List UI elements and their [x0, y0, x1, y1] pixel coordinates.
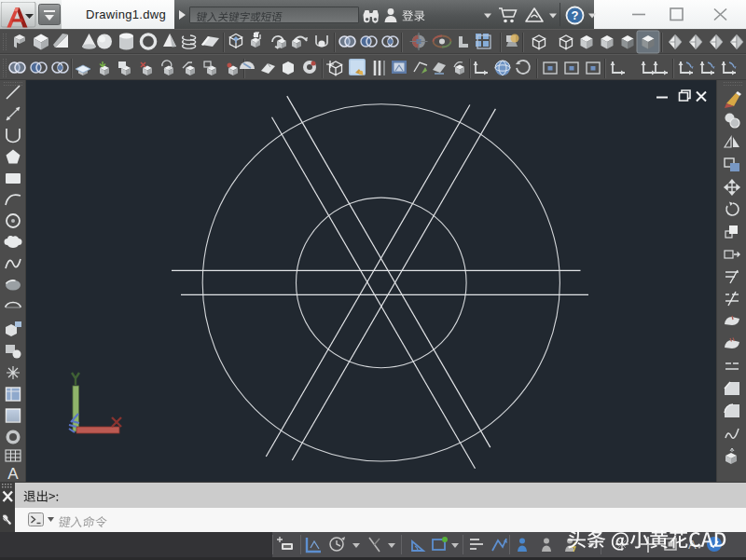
svg-text:?: ?	[572, 8, 579, 22]
svg-text:A: A	[7, 465, 19, 483]
